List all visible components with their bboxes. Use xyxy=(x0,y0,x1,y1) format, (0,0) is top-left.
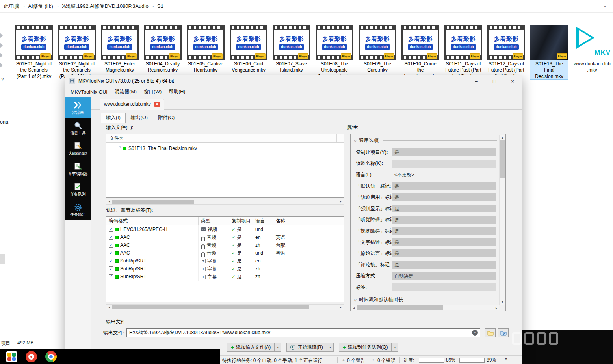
track-checkbox[interactable]: ✓ xyxy=(109,243,113,248)
scroll-up-icon[interactable]: ▴ xyxy=(500,135,505,140)
menu-item[interactable]: 帮助(H) xyxy=(165,89,189,95)
tab-close-icon[interactable]: × xyxy=(154,102,160,107)
scroll-right-icon[interactable]: ▸ xyxy=(338,199,344,204)
properties-hscrollbar[interactable]: ◂ ▸ xyxy=(351,305,499,310)
panel-tab[interactable]: 输入(I) xyxy=(101,113,126,123)
taskbar-red-app-icon[interactable] xyxy=(26,351,37,362)
menu-item[interactable]: MKVToolNix GUI xyxy=(67,89,111,95)
property-value[interactable]: 是 xyxy=(392,227,496,235)
clear-output-icon[interactable]: × xyxy=(472,330,478,336)
breadcrumb-item[interactable]: S1 xyxy=(157,3,163,9)
tracks-hscrollbar[interactable]: ◂ ▸ xyxy=(106,304,344,310)
name-column[interactable]: 名称 xyxy=(273,217,344,225)
minimize-button[interactable]: – xyxy=(467,75,485,87)
property-value[interactable]: 是 xyxy=(392,205,496,212)
properties-vscrollbar[interactable]: ▴ ▾ xyxy=(499,135,505,305)
add-source-files-button[interactable]: + 添加输入文件(A) ▼ xyxy=(227,343,281,352)
timestamps-header[interactable]: ▽ 时间戳和默认帧时长 xyxy=(354,297,497,303)
add-source-dropdown[interactable]: ▼ xyxy=(274,343,281,351)
breadcrumb-item[interactable]: AI修复 (H:) xyxy=(28,3,53,10)
file-item[interactable]: 多看聚影 duokan.club MKV Player S01E03_Enter… xyxy=(101,25,139,74)
track-checkbox[interactable]: ✓ xyxy=(109,266,113,271)
input-files-list[interactable]: 文件名 S01E13_The Final Decision.mkv xyxy=(106,134,344,198)
file-item[interactable]: 多看聚影 duokan.club MKV Player S01E07_Slave… xyxy=(273,25,310,74)
file-item[interactable]: 多看聚影 duokan.club MKV Player S01E06_Cold … xyxy=(230,25,267,74)
scrollbar-thumb[interactable] xyxy=(112,200,194,204)
property-value[interactable]: 是 xyxy=(392,238,496,246)
add-to-queue-dropdown[interactable]: ▼ xyxy=(391,343,398,351)
start-muxing-dropdown[interactable]: ▼ xyxy=(327,343,333,351)
track-row[interactable]: ✓ HEVC/H.265/MPEG-H 视频 ✓ xyxy=(106,225,344,233)
scroll-left-icon[interactable]: ◂ xyxy=(106,199,112,204)
copy-column[interactable]: 复制项目 xyxy=(229,217,253,225)
track-row[interactable]: ✓ AAC 音频 ✓ xyxy=(106,233,344,241)
codec-column[interactable]: 编码格式 xyxy=(106,217,199,225)
property-value[interactable]: 自动决定 xyxy=(392,272,496,280)
window-titlebar[interactable]: MKVToolNix GUI v73.0.0 ('25 or 6 to 4') … xyxy=(65,75,522,87)
property-value[interactable]: 是 xyxy=(392,148,496,156)
track-row[interactable]: ✓ SubRip/SRT 字幕 ✓ xyxy=(106,265,344,273)
taskbar-colorful-app-icon[interactable] xyxy=(6,351,17,362)
output-file-input[interactable] xyxy=(126,328,480,337)
address-dropdown-icon[interactable]: ▾ xyxy=(604,4,609,8)
menu-item[interactable]: 窗口(W) xyxy=(140,89,165,95)
add-to-job-queue-button[interactable]: + 添加到任务队列(Q) ▼ xyxy=(339,343,399,352)
input-file-row[interactable]: S01E13_The Final Decision.mkv xyxy=(106,143,344,151)
overflow-chevron-icon[interactable]: ^ xyxy=(505,357,507,362)
property-value[interactable]: 是 xyxy=(392,182,496,190)
browse-output-button[interactable] xyxy=(485,328,496,337)
breadcrumb-item[interactable]: X战警.1992.Ai修复DVD.1080P.3Audio xyxy=(62,3,148,10)
track-row[interactable]: ✓ SubRip/SRT 字幕 ✓ xyxy=(106,273,344,281)
general-options-header[interactable]: ▽ 通用选项 xyxy=(354,137,497,144)
track-row[interactable]: ✓ AAC 音频 ✓ xyxy=(106,241,344,249)
property-value[interactable]: 是 xyxy=(392,249,496,257)
file-item[interactable]: 多看聚影 duokan.club MKV Player S01E05_Capti… xyxy=(187,25,225,74)
file-item[interactable]: 多看聚影 duokan.club MKV Player S01E09_The C… xyxy=(359,25,396,74)
sidebar-item-job-queue[interactable]: 任务队列 xyxy=(65,179,91,200)
track-row[interactable]: ✓ AAC 音频 ✓ xyxy=(106,249,344,257)
track-checkbox[interactable]: ✓ xyxy=(109,227,113,232)
maximize-button[interactable]: □ xyxy=(485,75,503,87)
type-column[interactable]: 类型 xyxy=(199,217,229,225)
sidebar-item-chapter-editor[interactable]: 章节编辑器 xyxy=(65,159,91,179)
menu-item[interactable]: 混流器(M) xyxy=(111,89,140,95)
scroll-right-icon[interactable]: ▸ xyxy=(338,305,344,310)
sidebar-item-header-editor[interactable]: 头部编辑器 xyxy=(65,138,91,159)
scrollbar-thumb[interactable] xyxy=(112,305,309,309)
file-item[interactable]: 多看聚影 duokan.club MKV Player www.duokan.c… xyxy=(573,25,611,74)
track-checkbox[interactable]: ✓ xyxy=(109,235,113,240)
scroll-left-icon[interactable]: ◂ xyxy=(106,305,112,310)
property-value[interactable]: 是 xyxy=(392,193,496,201)
scrollbar-thumb[interactable] xyxy=(357,305,443,310)
quick-access-pin-icon[interactable] xyxy=(0,43,3,48)
property-value[interactable] xyxy=(392,283,496,291)
quick-access-pin-icon[interactable] xyxy=(0,33,3,38)
file-item[interactable]: 多看聚影 duokan.club MKV Player S01E11_Days … xyxy=(444,25,482,79)
panel-tab[interactable]: 输出(O) xyxy=(126,113,153,123)
sidebar-item-multiplexer[interactable]: 混流器 xyxy=(65,97,91,118)
panel-tab[interactable]: 附件(C) xyxy=(153,113,180,123)
sidebar-item-info-tool[interactable]: 信息工具 xyxy=(65,118,91,138)
property-value[interactable]: 是 xyxy=(392,216,496,224)
language-column[interactable]: 语言 xyxy=(253,217,273,225)
scroll-right-icon[interactable]: ▸ xyxy=(494,305,499,310)
quick-access-pin-icon[interactable] xyxy=(0,53,3,58)
file-item[interactable]: 多看聚影 duokan.club MKV Player S01E04_Deadl… xyxy=(144,25,182,74)
file-item[interactable]: 多看聚影 duokan.club MKV Player S01E10_Come … xyxy=(401,25,439,79)
track-row[interactable]: ✓ SubRip/SRT 字幕 ✓ xyxy=(106,257,344,265)
sidebar-item-job-output[interactable]: 任务输出 xyxy=(65,200,91,220)
close-button[interactable]: × xyxy=(503,75,522,87)
output-options-button[interactable] xyxy=(498,328,509,337)
property-value[interactable]: 是 xyxy=(392,261,496,269)
property-value[interactable]: <不更改> xyxy=(392,171,496,179)
file-item[interactable]: 多看聚影 duokan.club MKV Player S01E13_The F… xyxy=(530,25,568,79)
file-item[interactable]: 多看聚影 duokan.club MKV Player S01E02_Night… xyxy=(58,25,96,79)
quick-access-pin-icon[interactable] xyxy=(0,63,3,68)
property-value[interactable] xyxy=(392,160,496,168)
scroll-down-icon[interactable]: ▾ xyxy=(500,299,505,305)
document-tab[interactable]: www.duokan.club.mkv × xyxy=(100,99,164,110)
file-item[interactable]: 多看聚影 duokan.club MKV Player S01E12_Days … xyxy=(487,25,525,79)
scrollbar-thumb[interactable] xyxy=(500,140,505,178)
track-checkbox[interactable]: ✓ xyxy=(109,259,113,263)
breadcrumb-item[interactable]: 此电脑 xyxy=(4,3,19,10)
